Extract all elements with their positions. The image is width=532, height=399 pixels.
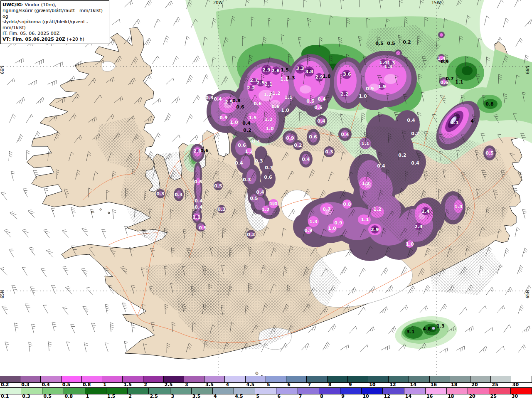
scale-value-label: 6 xyxy=(287,382,291,387)
scale-value-label: 1 xyxy=(103,382,106,387)
color-scale-segment xyxy=(85,388,106,394)
scale-value-label: 1.5 xyxy=(107,394,116,399)
color-scale-segment xyxy=(266,376,286,382)
color-scale-segment xyxy=(389,376,409,382)
title-line-1: UWC/IG: Vindur (10m), xyxy=(2,2,106,8)
scale-value-label: 4.5 xyxy=(235,394,243,399)
scale-value-label: 0.8 xyxy=(83,382,91,387)
scale-value-label: 6 xyxy=(278,394,281,399)
scale-value-label: 2.5 xyxy=(150,394,158,399)
color-scale-segment xyxy=(192,388,213,394)
scale-value-label: 1.5 xyxy=(123,382,132,387)
color-scale-segment xyxy=(368,376,389,382)
color-scale-segment xyxy=(468,388,489,394)
color-scale-segment xyxy=(404,388,426,394)
scale-value-label: 20 xyxy=(469,394,475,399)
scale-value-label: 3.5 xyxy=(205,382,214,387)
color-scale-segment xyxy=(491,376,511,382)
weather-map: 20W15W66N66N65N65N xyxy=(0,0,532,376)
color-scale-segment xyxy=(286,376,307,382)
color-scale-segment xyxy=(307,376,327,382)
title-line-3: slydda/snjókoma (grátt/bleikt/grænt - mm… xyxy=(2,19,106,31)
color-scale-segment xyxy=(447,388,468,394)
scale-value-label: 0.3 xyxy=(22,394,30,399)
color-scale-segment xyxy=(42,388,64,394)
scale-value-label: 2.5 xyxy=(165,382,173,387)
color-scale-segment xyxy=(383,388,404,394)
scale-value-label: 9 xyxy=(341,394,345,399)
slydda-snjokoma-scale-labels: 0.20.30.40.50.811.522.533.544.5567891012… xyxy=(0,383,532,387)
parallel-label: 65N xyxy=(525,290,530,298)
scale-value-label: 2 xyxy=(128,394,132,399)
color-scale-segment xyxy=(0,376,20,382)
title-line-4: IT: Fim. 05. 06. 2025 00Z xyxy=(2,31,106,37)
color-scale-segment xyxy=(225,376,245,382)
color-scale-segment xyxy=(255,388,276,394)
color-scale-segment xyxy=(41,376,61,382)
parallel-label: 66N xyxy=(0,66,5,74)
scale-value-label: 8 xyxy=(328,382,332,387)
color-scale-segment xyxy=(213,388,234,394)
color-scale-segment xyxy=(234,388,255,394)
scale-value-label: 0.2 xyxy=(1,382,9,387)
scale-value-label: 0.3 xyxy=(21,382,30,387)
color-scale-segment xyxy=(246,376,266,382)
color-scale-segment xyxy=(164,376,184,382)
weather-chart-page: 20W15W66N66N65N65N 2.92.62.72.52.12.21.1… xyxy=(0,0,532,399)
scale-value-label: 4 xyxy=(226,382,229,387)
color-scale-segment xyxy=(430,376,450,382)
color-scale-segment xyxy=(470,376,491,382)
scale-value-label: 10 xyxy=(362,394,369,399)
color-scale-segment xyxy=(426,388,447,394)
color-scale-segment xyxy=(340,388,362,394)
scale-value-label: 20 xyxy=(471,382,478,387)
scale-value-label: 12 xyxy=(389,382,396,387)
scale-value-label: 0.4 xyxy=(42,382,50,387)
color-scale-segment xyxy=(128,388,149,394)
color-scale-segment xyxy=(319,388,340,394)
scale-value-label: 2 xyxy=(144,382,148,387)
title-line-2: rigning/skúrir (grænt/blátt/rautt - mm/1… xyxy=(2,8,106,20)
color-scale-segment xyxy=(489,388,510,394)
scale-value-label: 18 xyxy=(448,394,454,399)
scale-value-label: 10 xyxy=(369,382,375,387)
color-scale-segment xyxy=(450,376,470,382)
color-scale-segment xyxy=(276,388,298,394)
color-scale-segment xyxy=(362,388,383,394)
color-scale-segment xyxy=(511,376,532,382)
parallel-label: 66N xyxy=(525,66,530,74)
scale-value-label: 25 xyxy=(490,394,497,399)
scale-value-label: 5 xyxy=(267,382,270,387)
color-scale-segment xyxy=(64,388,85,394)
scale-value-label: 0.8 xyxy=(65,394,73,399)
scale-value-label: 0.5 xyxy=(62,382,71,387)
color-scale-segment xyxy=(409,376,429,382)
color-scale-segment xyxy=(102,376,123,382)
title-line-5: VT: Fim. 05.06.2025 20Z (+20 h) xyxy=(2,37,106,42)
color-scale-segment xyxy=(328,376,348,382)
color-scale-segment xyxy=(20,376,41,382)
color-scale-segment xyxy=(149,388,170,394)
scale-value-label: 14 xyxy=(410,382,416,387)
scale-value-label: 16 xyxy=(426,394,433,399)
scale-value-label: 3.5 xyxy=(192,394,201,399)
scale-value-label: 14 xyxy=(405,394,411,399)
color-scale-segment xyxy=(348,376,368,382)
color-scale-segment xyxy=(82,376,102,382)
scale-value-label: 7 xyxy=(308,382,311,387)
scale-value-label: 3 xyxy=(171,394,175,399)
scale-value-label: 12 xyxy=(384,394,390,399)
scale-value-label: 0.5 xyxy=(43,394,52,399)
scale-value-label: 5 xyxy=(256,394,259,399)
title-box: UWC/IG: Vindur (10m), rigning/skúrir (gr… xyxy=(0,0,109,44)
scale-value-label: 30 xyxy=(512,394,518,399)
meridian-label: 20W xyxy=(213,0,223,5)
color-scale-legend: 0.20.30.40.50.811.522.533.544.5567891012… xyxy=(0,376,532,399)
color-scale-segment xyxy=(106,388,128,394)
scale-value-label: 0.1 xyxy=(1,394,9,399)
color-scale-segment xyxy=(21,388,42,394)
scale-value-label: 4.5 xyxy=(246,382,255,387)
scale-value-label: 16 xyxy=(431,382,437,387)
scale-value-label: 9 xyxy=(349,382,352,387)
color-scale-segment xyxy=(62,376,82,382)
